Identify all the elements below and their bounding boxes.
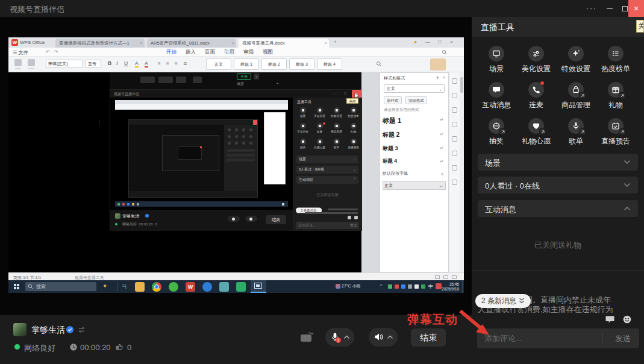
task-view-icon: ≡| bbox=[122, 283, 127, 289]
nested-close-tooltip: 关闭 bbox=[346, 98, 358, 104]
likes-count: 0 bbox=[127, 343, 131, 352]
tool-ranking[interactable]: 热度榜单 bbox=[596, 46, 636, 74]
speaker-button[interactable] bbox=[369, 328, 398, 347]
font-name-select: 宋体(正文) bbox=[46, 60, 83, 68]
emoji-icon[interactable] bbox=[622, 315, 632, 324]
notification-dot bbox=[540, 81, 545, 86]
nested-avatar bbox=[115, 213, 120, 219]
tool-scene[interactable]: 场景 bbox=[477, 46, 516, 74]
weather-widget: 27°C 小雨 bbox=[342, 283, 361, 289]
tool-co-stream[interactable]: 连麦 bbox=[516, 82, 556, 110]
end-live-button[interactable]: 结束 bbox=[411, 328, 446, 347]
tray-expand-icon: ^ bbox=[380, 283, 382, 287]
source-button bbox=[158, 77, 173, 83]
nested-titlebar: 视频号直播伴侣 ··· □ × bbox=[110, 90, 361, 98]
nested-emoji-icon bbox=[354, 216, 358, 219]
style-item-selected: 正文↵ bbox=[383, 181, 446, 190]
tool-messages[interactable]: 互动消息 bbox=[477, 82, 516, 110]
wps-minimize-icon: — bbox=[425, 39, 430, 45]
tool-gift-wish[interactable]: 礼物心愿 bbox=[516, 118, 556, 146]
chevron-up-icon[interactable] bbox=[387, 335, 393, 339]
wps-close-icon: × bbox=[450, 39, 453, 45]
scrollbar-thumb bbox=[460, 77, 463, 93]
line-spacing-icon: ≣ bbox=[183, 61, 187, 66]
wechat-icon bbox=[236, 282, 246, 292]
wps-doc-tab: AR5资产管理系统_0811.docx× bbox=[147, 39, 236, 48]
close-button[interactable]: × bbox=[628, 0, 644, 17]
comment-composer: 发送 bbox=[477, 328, 639, 348]
nested-verified-badge bbox=[145, 214, 149, 218]
external-link-icon bbox=[619, 128, 625, 135]
swap-account-icon[interactable] bbox=[77, 326, 86, 333]
style-gallery-item: 标题 2 bbox=[261, 58, 287, 70]
source-button bbox=[140, 77, 155, 83]
underline-icon: U bbox=[124, 60, 128, 66]
network-status: 网络良好 bbox=[24, 343, 55, 354]
tool-live-preview[interactable]: 直播预告 bbox=[596, 118, 636, 146]
font-size-select: 五号 bbox=[86, 60, 101, 68]
app-window: 视频号直播伴侣 ··· × W WPS Office 直播场景模拟式及创意设计方… bbox=[0, 0, 644, 364]
bold-icon: B bbox=[108, 60, 111, 66]
divider bbox=[602, 333, 603, 344]
sidebar-header: 直播工具 bbox=[472, 17, 644, 37]
quark-icon bbox=[202, 282, 212, 292]
section-scene[interactable]: 场景 bbox=[478, 154, 638, 171]
camera-toggle-icon[interactable] bbox=[299, 330, 315, 344]
find-icon bbox=[376, 61, 382, 67]
style-dropdown: 正文⌄ bbox=[384, 84, 445, 93]
microphone-button[interactable]: ! bbox=[325, 328, 354, 347]
scrollbar bbox=[460, 72, 464, 272]
tool-beauty[interactable]: 美化设置 bbox=[516, 46, 556, 74]
annotation-arrow bbox=[455, 306, 498, 342]
background-app-strip: 开播 + 场景+ bbox=[110, 72, 361, 89]
browser-icon bbox=[169, 282, 178, 292]
effects-icon bbox=[571, 49, 581, 58]
nested-bottombar: 掌够生活 网络良好 00:00:20 0 结束 bbox=[110, 210, 293, 231]
scene-row: 场景+ bbox=[237, 81, 285, 87]
external-link-icon bbox=[499, 128, 506, 135]
style-item: 默认段落字体a bbox=[383, 171, 446, 177]
tool-products[interactable]: 商品管理 bbox=[556, 82, 596, 110]
style-item: 标题 1↵ bbox=[383, 116, 446, 125]
chat-toggle-icon[interactable] bbox=[605, 315, 615, 324]
source-button bbox=[176, 77, 186, 83]
bell-icon: ● bbox=[414, 39, 417, 45]
minimize-button[interactable] bbox=[601, 0, 618, 17]
tool-lottery[interactable]: 抽奖 bbox=[477, 118, 516, 146]
send-button[interactable]: 发送 bbox=[615, 333, 631, 344]
menu-dots-button[interactable]: ··· bbox=[583, 0, 600, 17]
scene-icon bbox=[492, 49, 501, 58]
close-tooltip-clipped: 关 bbox=[636, 20, 644, 33]
speaker-icon bbox=[374, 332, 384, 342]
style-gallery-item: 正文 bbox=[206, 58, 231, 70]
undo-icon: ↶ bbox=[46, 49, 50, 55]
tool-gifts[interactable]: 礼物 bbox=[596, 82, 636, 110]
style-item: 标题 2↵ bbox=[383, 131, 446, 139]
external-link-icon bbox=[539, 128, 546, 135]
section-viewers[interactable]: 0人看过 · 0在线 bbox=[478, 177, 638, 193]
section-interaction[interactable]: 互动消息 bbox=[478, 200, 638, 217]
tool-effects[interactable]: 特效设置 bbox=[556, 46, 596, 74]
align-left-icon: ≡ bbox=[158, 61, 161, 66]
chevron-up-icon bbox=[624, 206, 631, 211]
windows-taskbar: 搜索 ✦ ≡| W 27°C 小雨 ^ bbox=[8, 280, 464, 293]
network-status-dot bbox=[14, 344, 20, 350]
nested-maximize: □ bbox=[344, 92, 346, 95]
tool-playlist[interactable]: 歌单 bbox=[556, 118, 596, 146]
redo-icon: ↷ bbox=[54, 49, 58, 55]
nested-end-button: 结束 bbox=[266, 215, 286, 224]
style-item: 标题 4↵ bbox=[383, 158, 446, 165]
captured-screen: W WPS Office 直播场景模拟式及创意设计方式—1× AR5资产管理系统… bbox=[8, 37, 464, 293]
nested-mic-button bbox=[228, 216, 240, 222]
search-icon bbox=[442, 49, 447, 55]
nested-app-window: 视频号直播伴侣 ··· □ × 关闭 bbox=[110, 89, 361, 230]
titlebar: 视频号直播伴侣 ··· × bbox=[0, 0, 644, 17]
wps-doc-tab: 直播场景模拟式及创意设计方式—1× bbox=[55, 39, 145, 48]
paste-icon bbox=[14, 59, 22, 66]
chevron-up-icon[interactable] bbox=[343, 335, 350, 339]
beauty-settings-icon bbox=[531, 49, 541, 58]
highlight-icon: A bbox=[135, 60, 139, 67]
align-center-icon: ≡ bbox=[166, 61, 169, 66]
wps-toolbar: 宋体(正文) 五号 B I U A A ≡ ≡ ≡ ≣ 正文 标题 1 标题 2… bbox=[8, 57, 464, 72]
new-style-button: 新样式 bbox=[384, 96, 402, 104]
